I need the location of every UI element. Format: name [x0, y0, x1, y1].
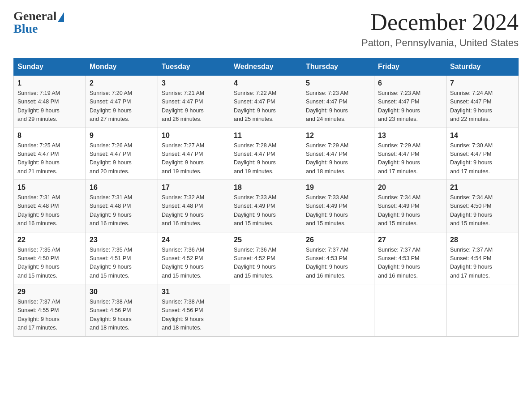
- calendar-cell: 25 Sunrise: 7:36 AM Sunset: 4:52 PM Dayl…: [230, 232, 302, 284]
- day-number: 3: [162, 79, 226, 87]
- day-info: Sunrise: 7:20 AM Sunset: 4:47 PM Dayligh…: [90, 89, 154, 124]
- calendar-cell: 16 Sunrise: 7:31 AM Sunset: 4:48 PM Dayl…: [86, 180, 158, 232]
- day-info: Sunrise: 7:33 AM Sunset: 4:49 PM Dayligh…: [306, 193, 370, 228]
- calendar-cell: 12 Sunrise: 7:29 AM Sunset: 4:47 PM Dayl…: [302, 128, 374, 180]
- header-wednesday: Wednesday: [230, 58, 302, 76]
- page-header: General Blue December 2024 Patton, Penns…: [13, 9, 519, 49]
- calendar-cell: 29 Sunrise: 7:37 AM Sunset: 4:55 PM Dayl…: [14, 284, 86, 337]
- logo-blue-text: Blue: [13, 21, 38, 36]
- header-saturday: Saturday: [446, 58, 519, 76]
- calendar-header-row: SundayMondayTuesdayWednesdayThursdayFrid…: [14, 58, 519, 76]
- day-number: 18: [234, 184, 298, 192]
- day-number: 26: [306, 236, 370, 244]
- day-info: Sunrise: 7:23 AM Sunset: 4:47 PM Dayligh…: [306, 89, 370, 124]
- day-info: Sunrise: 7:38 AM Sunset: 4:56 PM Dayligh…: [90, 298, 154, 333]
- header-sunday: Sunday: [14, 58, 86, 76]
- day-number: 27: [378, 236, 442, 244]
- day-number: 22: [17, 236, 82, 244]
- day-info: Sunrise: 7:34 AM Sunset: 4:49 PM Dayligh…: [378, 193, 442, 228]
- day-number: 10: [162, 132, 226, 140]
- day-info: Sunrise: 7:37 AM Sunset: 4:53 PM Dayligh…: [306, 246, 370, 281]
- day-info: Sunrise: 7:30 AM Sunset: 4:47 PM Dayligh…: [450, 141, 515, 176]
- day-number: 30: [90, 288, 154, 296]
- calendar-cell: 4 Sunrise: 7:22 AM Sunset: 4:47 PM Dayli…: [230, 76, 302, 128]
- header-tuesday: Tuesday: [158, 58, 230, 76]
- day-info: Sunrise: 7:34 AM Sunset: 4:50 PM Dayligh…: [450, 193, 515, 228]
- calendar-cell: 6 Sunrise: 7:23 AM Sunset: 4:47 PM Dayli…: [374, 76, 446, 128]
- calendar-cell: 18 Sunrise: 7:33 AM Sunset: 4:49 PM Dayl…: [230, 180, 302, 232]
- month-title: December 2024: [361, 9, 519, 35]
- day-info: Sunrise: 7:37 AM Sunset: 4:53 PM Dayligh…: [378, 246, 442, 281]
- day-info: Sunrise: 7:35 AM Sunset: 4:51 PM Dayligh…: [90, 246, 154, 281]
- day-number: 28: [450, 236, 515, 244]
- day-info: Sunrise: 7:29 AM Sunset: 4:47 PM Dayligh…: [378, 141, 442, 176]
- day-number: 15: [17, 184, 82, 192]
- day-info: Sunrise: 7:25 AM Sunset: 4:47 PM Dayligh…: [17, 141, 82, 176]
- header-thursday: Thursday: [302, 58, 374, 76]
- day-info: Sunrise: 7:36 AM Sunset: 4:52 PM Dayligh…: [234, 246, 298, 281]
- day-info: Sunrise: 7:35 AM Sunset: 4:50 PM Dayligh…: [17, 246, 82, 281]
- day-number: 25: [234, 236, 298, 244]
- day-info: Sunrise: 7:28 AM Sunset: 4:47 PM Dayligh…: [234, 141, 298, 176]
- day-info: Sunrise: 7:31 AM Sunset: 4:48 PM Dayligh…: [90, 193, 154, 228]
- day-number: 17: [162, 184, 226, 192]
- day-number: 9: [90, 132, 154, 140]
- calendar-cell: 17 Sunrise: 7:32 AM Sunset: 4:48 PM Dayl…: [158, 180, 230, 232]
- calendar-cell: 13 Sunrise: 7:29 AM Sunset: 4:47 PM Dayl…: [374, 128, 446, 180]
- calendar-cell: [374, 284, 446, 337]
- calendar-cell: 2 Sunrise: 7:20 AM Sunset: 4:47 PM Dayli…: [86, 76, 158, 128]
- day-info: Sunrise: 7:22 AM Sunset: 4:47 PM Dayligh…: [234, 89, 298, 124]
- day-number: 2: [90, 79, 154, 87]
- day-number: 19: [306, 184, 370, 192]
- day-info: Sunrise: 7:37 AM Sunset: 4:54 PM Dayligh…: [450, 246, 515, 281]
- day-number: 4: [234, 79, 298, 87]
- day-number: 24: [162, 236, 226, 244]
- calendar-week-row: 15 Sunrise: 7:31 AM Sunset: 4:48 PM Dayl…: [14, 180, 519, 232]
- day-number: 23: [90, 236, 154, 244]
- calendar-cell: [230, 284, 302, 337]
- calendar-cell: 15 Sunrise: 7:31 AM Sunset: 4:48 PM Dayl…: [14, 180, 86, 232]
- day-info: Sunrise: 7:26 AM Sunset: 4:47 PM Dayligh…: [90, 141, 154, 176]
- day-number: 8: [17, 132, 82, 140]
- calendar-cell: 11 Sunrise: 7:28 AM Sunset: 4:47 PM Dayl…: [230, 128, 302, 180]
- calendar-week-row: 29 Sunrise: 7:37 AM Sunset: 4:55 PM Dayl…: [14, 284, 519, 337]
- day-info: Sunrise: 7:32 AM Sunset: 4:48 PM Dayligh…: [162, 193, 226, 228]
- calendar-cell: [302, 284, 374, 337]
- calendar-cell: 26 Sunrise: 7:37 AM Sunset: 4:53 PM Dayl…: [302, 232, 374, 284]
- day-info: Sunrise: 7:38 AM Sunset: 4:56 PM Dayligh…: [162, 298, 226, 333]
- calendar-cell: 9 Sunrise: 7:26 AM Sunset: 4:47 PM Dayli…: [86, 128, 158, 180]
- day-number: 14: [450, 132, 515, 140]
- day-info: Sunrise: 7:27 AM Sunset: 4:47 PM Dayligh…: [162, 141, 226, 176]
- calendar-cell: 8 Sunrise: 7:25 AM Sunset: 4:47 PM Dayli…: [14, 128, 86, 180]
- calendar-week-row: 1 Sunrise: 7:19 AM Sunset: 4:48 PM Dayli…: [14, 76, 519, 128]
- calendar-cell: 24 Sunrise: 7:36 AM Sunset: 4:52 PM Dayl…: [158, 232, 230, 284]
- day-number: 13: [378, 132, 442, 140]
- calendar-cell: 30 Sunrise: 7:38 AM Sunset: 4:56 PM Dayl…: [86, 284, 158, 337]
- logo: General Blue: [13, 9, 64, 36]
- day-info: Sunrise: 7:29 AM Sunset: 4:47 PM Dayligh…: [306, 141, 370, 176]
- day-number: 11: [234, 132, 298, 140]
- header-monday: Monday: [86, 58, 158, 76]
- calendar-cell: 23 Sunrise: 7:35 AM Sunset: 4:51 PM Dayl…: [86, 232, 158, 284]
- calendar-week-row: 8 Sunrise: 7:25 AM Sunset: 4:47 PM Dayli…: [14, 128, 519, 180]
- title-block: December 2024 Patton, Pennsylvania, Unit…: [361, 9, 519, 49]
- calendar-cell: 7 Sunrise: 7:24 AM Sunset: 4:47 PM Dayli…: [446, 76, 519, 128]
- calendar-cell: 14 Sunrise: 7:30 AM Sunset: 4:47 PM Dayl…: [446, 128, 519, 180]
- day-info: Sunrise: 7:36 AM Sunset: 4:52 PM Dayligh…: [162, 246, 226, 281]
- calendar-cell: 27 Sunrise: 7:37 AM Sunset: 4:53 PM Dayl…: [374, 232, 446, 284]
- day-info: Sunrise: 7:21 AM Sunset: 4:47 PM Dayligh…: [162, 89, 226, 124]
- day-info: Sunrise: 7:31 AM Sunset: 4:48 PM Dayligh…: [17, 193, 82, 228]
- calendar-cell: 31 Sunrise: 7:38 AM Sunset: 4:56 PM Dayl…: [158, 284, 230, 337]
- logo-triangle-icon: [58, 12, 64, 22]
- header-friday: Friday: [374, 58, 446, 76]
- day-number: 1: [17, 79, 82, 87]
- day-number: 12: [306, 132, 370, 140]
- day-number: 21: [450, 184, 515, 192]
- day-number: 29: [17, 288, 82, 296]
- calendar-cell: 20 Sunrise: 7:34 AM Sunset: 4:49 PM Dayl…: [374, 180, 446, 232]
- calendar-week-row: 22 Sunrise: 7:35 AM Sunset: 4:50 PM Dayl…: [14, 232, 519, 284]
- calendar-cell: 10 Sunrise: 7:27 AM Sunset: 4:47 PM Dayl…: [158, 128, 230, 180]
- day-number: 5: [306, 79, 370, 87]
- calendar-cell: 19 Sunrise: 7:33 AM Sunset: 4:49 PM Dayl…: [302, 180, 374, 232]
- day-info: Sunrise: 7:23 AM Sunset: 4:47 PM Dayligh…: [378, 89, 442, 124]
